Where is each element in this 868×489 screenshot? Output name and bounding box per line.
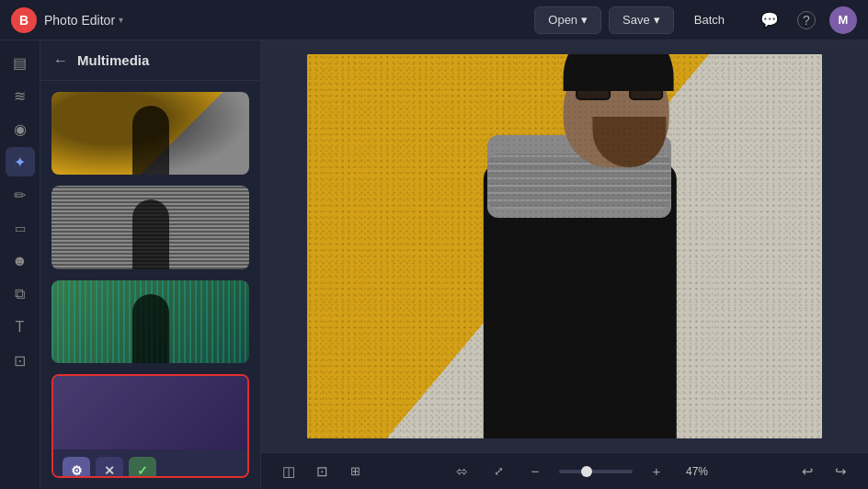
frames-icon: ▭ <box>15 222 26 235</box>
sidebar-overlay-button[interactable]: ⧉ <box>6 279 35 309</box>
sidebar-paint-button[interactable]: ✏ <box>6 180 35 210</box>
sidebar-more-button[interactable]: ⊡ <box>6 346 35 375</box>
chat-icon-button[interactable]: 💬 <box>756 6 783 34</box>
effect-confirm-button[interactable]: ✓ <box>129 457 156 478</box>
grid-icon: ⊞ <box>350 464 360 478</box>
panel-header: ← Multimedia <box>40 40 260 81</box>
open-button[interactable]: Open ▾ <box>534 6 601 34</box>
save-label: Save <box>622 13 650 27</box>
app-title-group[interactable]: Photo Editor ▾ <box>44 13 123 28</box>
effect-card-scanlines[interactable]: Scan Lines <box>51 186 249 268</box>
bottombar-center: ⬄ ⤢ − + 47% <box>449 459 714 484</box>
effect-settings-button[interactable]: ⚙ <box>63 457 90 478</box>
sidebar-frames-button[interactable]: ▭ <box>6 213 35 243</box>
canvas-area: ◫ ⊡ ⊞ ⬄ ⤢ − <box>261 40 868 489</box>
layers-toggle-button[interactable]: ◫ <box>276 459 302 484</box>
sidebar-layers-button[interactable]: ▤ <box>6 48 35 77</box>
icon-sidebar: ▤ ≋ ◉ ✦ ✏ ▭ ☻ ⧉ T ⊡ <box>0 40 40 489</box>
effect-card-colorbleed[interactable]: Color Bleed <box>51 92 249 175</box>
bottombar-right: ↩ ↪ <box>794 459 853 484</box>
redo-button[interactable]: ↪ <box>828 459 853 484</box>
selected-effect-thumb <box>53 376 247 449</box>
undo-button[interactable]: ↩ <box>794 459 820 484</box>
effect-card-television[interactable]: Television <box>51 280 249 363</box>
effect-thumb-scanlines <box>51 186 249 268</box>
effect-thumb-television <box>51 280 249 363</box>
television-preview <box>51 280 249 363</box>
layers-bottom-icon: ◫ <box>282 463 295 480</box>
photo-background <box>307 54 822 438</box>
zoom-out-icon: − <box>531 463 540 479</box>
photo-person-area <box>307 54 822 438</box>
person-scarf <box>487 135 671 218</box>
undo-icon: ↩ <box>802 463 814 480</box>
colorbleed-person <box>132 106 169 175</box>
effect-remove-button[interactable]: ✕ <box>96 457 123 478</box>
wall-bg <box>307 54 822 438</box>
app-title: Photo Editor <box>44 13 115 28</box>
save-chevron-icon: ▾ <box>654 13 660 27</box>
bottombar: ◫ ⊡ ⊞ ⬄ ⤢ − <box>261 452 868 489</box>
effects-icon: ✦ <box>14 154 26 171</box>
open-label: Open <box>548 13 577 27</box>
person-beanie <box>564 54 674 91</box>
back-arrow-icon: ← <box>53 52 68 68</box>
zoom-in-icon: + <box>653 463 661 479</box>
selected-controls: ⚙ ✕ ✓ <box>53 449 247 478</box>
people-icon: ☻ <box>12 253 28 269</box>
help-icon: ? <box>797 11 816 29</box>
panel-content: Color Bleed Scan Lines Television <box>40 81 260 489</box>
effect-card-selected[interactable]: ☆ ⧉ ⚙ ✕ <box>51 374 249 478</box>
grid-button[interactable]: ⊞ <box>342 459 368 484</box>
chat-icon: 💬 <box>760 11 779 28</box>
panel-back-button[interactable]: ← <box>51 51 70 71</box>
sidebar-preview-button[interactable]: ◉ <box>6 114 35 143</box>
redo-icon: ↪ <box>835 463 847 480</box>
canvas-wrapper <box>261 40 868 452</box>
person-head <box>564 54 669 167</box>
history-button[interactable]: ⊡ <box>309 459 335 484</box>
topbar-center: Open ▾ Save ▾ Batch <box>534 6 737 34</box>
layers-icon: ▤ <box>13 54 27 72</box>
zoom-out-button[interactable]: − <box>522 459 548 484</box>
sidebar-effects-button[interactable]: ✦ <box>6 147 35 176</box>
fit-height-button[interactable]: ⤢ <box>485 459 511 484</box>
preview-icon: ◉ <box>14 120 27 138</box>
canvas-image <box>307 54 822 438</box>
batch-label: Batch <box>694 13 725 27</box>
text-icon: T <box>16 319 25 335</box>
person-scarf-texture <box>487 154 671 209</box>
filters-icon: ≋ <box>14 87 26 105</box>
remove-icon: ✕ <box>104 463 115 478</box>
person-coat <box>484 163 677 438</box>
zoom-in-button[interactable]: + <box>644 459 669 484</box>
batch-button[interactable]: Batch <box>681 6 737 34</box>
glasses-right-lens <box>629 80 664 100</box>
app-title-chevron: ▾ <box>119 15 123 25</box>
scanlines-person <box>132 199 169 268</box>
sidebar-text-button[interactable]: T <box>6 313 35 342</box>
main-layout: ▤ ≋ ◉ ✦ ✏ ▭ ☻ ⧉ T ⊡ ← <box>0 40 868 489</box>
colorbleed-preview <box>51 92 249 175</box>
glasses-bridge <box>616 88 623 91</box>
scanlines-preview <box>51 186 249 268</box>
zoom-slider[interactable] <box>559 470 633 473</box>
help-icon-button[interactable]: ? <box>793 6 820 34</box>
sidebar-filters-button[interactable]: ≋ <box>6 81 35 110</box>
app-logo[interactable]: B <box>11 7 37 33</box>
user-avatar[interactable]: M <box>829 6 857 34</box>
zoom-percent: 47% <box>680 465 714 478</box>
topbar: B Photo Editor ▾ Open ▾ Save ▾ Batch 💬 ?… <box>0 0 868 40</box>
bottombar-left: ◫ ⊡ ⊞ <box>276 459 368 484</box>
save-button[interactable]: Save ▾ <box>609 6 674 34</box>
television-person <box>132 294 169 363</box>
overlay-icon: ⧉ <box>15 286 25 302</box>
panel: ← Multimedia Color Bleed <box>40 40 261 489</box>
sidebar-people-button[interactable]: ☻ <box>6 246 35 276</box>
effect-thumb-colorbleed <box>51 92 249 175</box>
selected-buttons: ⚙ ✕ ✓ <box>63 457 238 478</box>
zoom-slider-thumb[interactable] <box>581 466 592 477</box>
history-icon: ⊡ <box>316 463 328 480</box>
fit-width-button[interactable]: ⬄ <box>449 459 474 484</box>
panel-title: Multimedia <box>77 52 149 68</box>
